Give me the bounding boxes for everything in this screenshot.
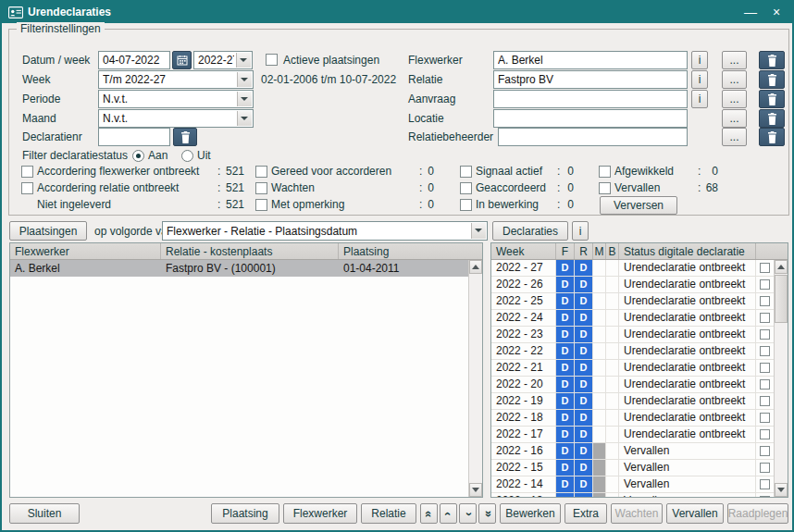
checkbox-in-bewerking[interactable] <box>460 199 472 211</box>
row-checkbox[interactable] <box>760 429 770 439</box>
relatiebeheerder-browse-button[interactable]: ... <box>722 128 747 146</box>
declaratie-row[interactable]: 2022 - 26DDUrendeclaratie ontbreekt <box>491 277 774 293</box>
flexwerker-input[interactable] <box>493 51 688 69</box>
column-header-f[interactable]: F <box>556 243 575 259</box>
row-checkbox[interactable] <box>760 413 770 423</box>
relatie-button[interactable]: Relatie <box>361 503 416 524</box>
maand-select[interactable]: N.v.t. <box>98 109 254 128</box>
scroll-up-button[interactable] <box>775 260 788 274</box>
row-select-cell[interactable] <box>756 443 774 459</box>
plaatsingen-section-button[interactable]: Plaatsingen <box>9 221 87 241</box>
radio-aan[interactable] <box>132 150 144 162</box>
declaraties-section-button[interactable]: Declaraties <box>492 221 568 241</box>
scroll-down-button[interactable] <box>469 483 482 497</box>
checkbox-geaccordeerd[interactable] <box>460 182 472 194</box>
row-select-cell[interactable] <box>756 393 774 409</box>
declaratie-row[interactable]: 2022 - 23DDUrendeclaratie ontbreekt <box>491 327 774 343</box>
aanvraag-browse-button[interactable]: ... <box>722 90 747 108</box>
declaratie-row[interactable]: 2022 - 20DDUrendeclaratie ontbreekt <box>491 377 774 393</box>
calendar-button[interactable] <box>172 51 192 69</box>
move-first-button[interactable]: « <box>420 503 438 524</box>
row-checkbox[interactable] <box>760 346 770 356</box>
row-select-cell[interactable] <box>756 277 774 292</box>
declaratienr-input[interactable] <box>98 128 170 146</box>
vervallen-button[interactable]: Vervallen <box>666 503 724 524</box>
checkbox-met-opmerking[interactable] <box>255 199 267 211</box>
row-select-cell[interactable] <box>756 327 774 342</box>
verversen-button[interactable]: Verversen <box>600 196 677 215</box>
row-select-cell[interactable] <box>756 343 774 359</box>
plaatsing-button[interactable]: Plaatsing <box>211 503 279 524</box>
row-checkbox[interactable] <box>760 496 770 497</box>
row-checkbox[interactable] <box>760 296 770 306</box>
column-header-flexwerker[interactable]: Flexwerker <box>10 243 161 259</box>
row-select-cell[interactable] <box>756 427 774 442</box>
column-header-status[interactable]: Status digitale declaratie <box>619 243 756 259</box>
row-select-cell[interactable] <box>756 476 774 492</box>
aanvraag-clear-button[interactable] <box>759 90 785 108</box>
declaratie-row[interactable]: 2022 - 27DDUrendeclaratie ontbreekt <box>491 260 774 277</box>
column-header-r[interactable]: R <box>575 243 593 259</box>
sort-select[interactable]: Flexwerker - Relatie - Plaatsingsdatum <box>162 221 488 241</box>
aanvraag-info-button[interactable]: i <box>691 90 708 108</box>
row-checkbox[interactable] <box>760 329 770 340</box>
declaratie-row[interactable]: 2022 - 16DDVervallen <box>491 443 774 460</box>
locatie-input[interactable] <box>493 109 688 128</box>
column-header-relatie-kostenplaats[interactable]: Relatie - kostenplaats <box>161 243 339 259</box>
declaratienr-clear-button[interactable] <box>173 128 197 146</box>
scroll-up-button[interactable] <box>469 260 482 274</box>
week-number-select[interactable]: 2022-27 <box>193 51 253 69</box>
flexwerker-info-button[interactable]: i <box>691 51 708 69</box>
datum-input[interactable] <box>98 51 170 69</box>
declaratie-row[interactable]: 2022 - 17DDUrendeclaratie ontbreekt <box>491 427 774 443</box>
row-checkbox[interactable] <box>760 379 770 390</box>
sluiten-button[interactable]: Sluiten <box>9 503 80 524</box>
checkbox-gereed-voor-accorderen[interactable] <box>255 166 267 178</box>
declaratie-row[interactable]: 2022 - 13DDVervallen <box>491 493 774 497</box>
scroll-down-button[interactable] <box>775 483 788 497</box>
row-checkbox[interactable] <box>760 313 770 323</box>
relatie-browse-button[interactable]: ... <box>722 70 747 89</box>
relatie-input[interactable] <box>493 70 688 89</box>
column-header-b[interactable]: B <box>606 243 619 259</box>
vertical-scrollbar[interactable] <box>774 260 788 497</box>
row-select-cell[interactable] <box>756 410 774 426</box>
locatie-browse-button[interactable]: ... <box>722 109 747 128</box>
row-checkbox[interactable] <box>760 396 770 406</box>
declaraties-info-button[interactable]: i <box>572 221 589 241</box>
checkbox-accordering-relatie-ontbreekt[interactable] <box>21 182 33 194</box>
row-select-cell[interactable] <box>756 360 774 376</box>
declaratie-row[interactable]: 2022 - 14DDVervallen <box>491 476 774 493</box>
move-previous-button[interactable]: ‹ <box>440 503 457 524</box>
row-checkbox[interactable] <box>760 279 770 290</box>
radio-uit[interactable] <box>181 150 193 162</box>
relatiebeheerder-input[interactable] <box>498 128 688 146</box>
column-header-plaatsing[interactable]: Plaatsing <box>339 243 482 259</box>
flexwerker-button[interactable]: Flexwerker <box>283 503 357 524</box>
move-next-button[interactable]: ‹ <box>459 503 477 524</box>
checkbox-vervallen[interactable] <box>599 182 611 194</box>
row-select-cell[interactable] <box>756 293 774 309</box>
declaratie-row[interactable]: 2022 - 19DDUrendeclaratie ontbreekt <box>491 393 774 410</box>
declaratie-row[interactable]: 2022 - 21DDUrendeclaratie ontbreekt <box>491 360 774 377</box>
aanvraag-input[interactable] <box>493 90 688 108</box>
row-checkbox[interactable] <box>760 363 770 373</box>
vertical-scrollbar[interactable] <box>468 260 482 497</box>
locatie-clear-button[interactable] <box>759 109 785 128</box>
declaratie-row[interactable]: 2022 - 22DDUrendeclaratie ontbreekt <box>491 343 774 360</box>
declaratie-row[interactable]: 2022 - 24DDUrendeclaratie ontbreekt <box>491 310 774 327</box>
flexwerker-clear-button[interactable] <box>759 51 785 69</box>
declaratie-row[interactable]: 2022 - 25DDUrendeclaratie ontbreekt <box>491 293 774 310</box>
row-checkbox[interactable] <box>760 479 770 489</box>
row-checkbox[interactable] <box>760 263 770 273</box>
periode-select[interactable]: N.v.t. <box>98 90 254 108</box>
flexwerker-browse-button[interactable]: ... <box>722 51 747 69</box>
row-select-cell[interactable] <box>756 460 774 476</box>
relatie-info-button[interactable]: i <box>691 70 708 89</box>
row-checkbox[interactable] <box>760 446 770 456</box>
week-tm-select[interactable]: T/m 2022-27 <box>98 70 254 89</box>
declaratie-row[interactable]: 2022 - 18DDUrendeclaratie ontbreekt <box>491 410 774 427</box>
minimize-button[interactable]: — <box>738 2 763 23</box>
bewerken-button[interactable]: Bewerken <box>500 503 561 524</box>
close-button[interactable]: × <box>764 2 788 23</box>
